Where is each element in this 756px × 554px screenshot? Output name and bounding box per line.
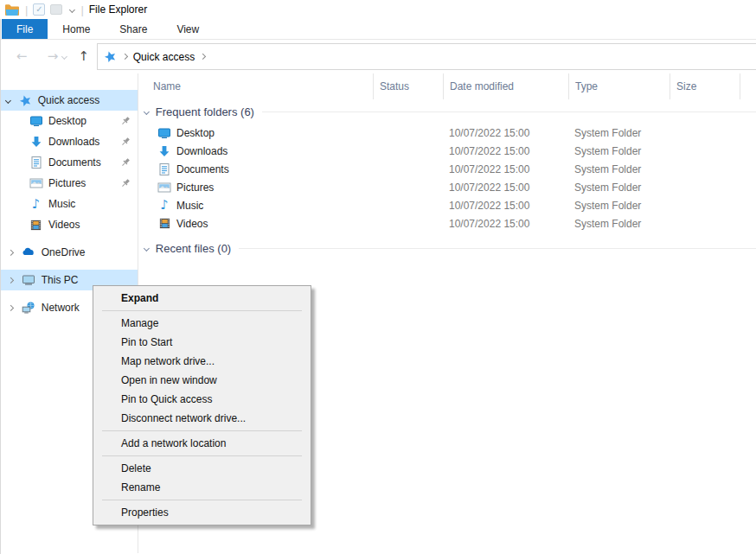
pictures-icon: [157, 181, 171, 194]
quick-access-star-icon[interactable]: [104, 50, 117, 63]
breadcrumb-item[interactable]: Quick access: [133, 51, 195, 63]
file-row-documents[interactable]: Documents 10/07/2022 15:00 System Folder: [138, 160, 756, 178]
desktop-icon: [157, 126, 171, 140]
sidebar-item-label: Downloads: [48, 136, 99, 148]
group-header-label: Frequent folders (6): [156, 105, 254, 118]
qat-customize-icon[interactable]: [67, 8, 75, 12]
menu-item-delete[interactable]: Delete: [93, 459, 311, 478]
file-type: System Folder: [568, 196, 670, 214]
menu-item-add-network-location[interactable]: Add a network location: [93, 434, 311, 453]
file-row-music[interactable]: ♪ Music 10/07/2022 15:00 System Folder: [138, 196, 756, 214]
videos-icon: [157, 217, 171, 231]
file-name: Pictures: [176, 181, 214, 194]
file-date: 10/07/2022 15:00: [443, 196, 568, 214]
file-type: System Folder: [568, 124, 670, 142]
column-header-date-modified[interactable]: Date modified: [443, 73, 568, 99]
titlebar-separator-2: |: [80, 3, 83, 16]
sidebar-item-desktop[interactable]: Desktop: [0, 111, 138, 131]
column-header-type[interactable]: Type: [568, 73, 670, 99]
sidebar-item-quick-access[interactable]: Quick access: [0, 90, 138, 111]
menu-item-manage[interactable]: Manage: [93, 314, 311, 333]
group-header-frequent-folders[interactable]: Frequent folders (6): [138, 99, 756, 124]
sidebar-item-label: Quick access: [38, 94, 99, 106]
file-row-downloads[interactable]: Downloads 10/07/2022 15:00 System Folder: [138, 142, 756, 160]
column-header-size[interactable]: Size: [670, 73, 740, 99]
group-header-recent-files[interactable]: Recent files (0): [138, 236, 756, 260]
sidebar-item-documents[interactable]: Documents: [0, 152, 138, 173]
up-icon[interactable]: ↑: [75, 50, 93, 63]
recent-locations-icon[interactable]: [61, 54, 67, 60]
context-menu: Expand Manage Pin to Start Map network d…: [93, 285, 311, 525]
documents-icon: [157, 162, 171, 176]
qat-new-folder-icon[interactable]: [50, 4, 62, 15]
file-explorer-app-icon: [4, 3, 20, 16]
address-bar[interactable]: Quick access: [97, 43, 756, 70]
menu-item-map-network-drive[interactable]: Map network drive...: [93, 352, 311, 371]
tab-view[interactable]: View: [162, 19, 214, 39]
file-date: 10/07/2022 15:00: [443, 214, 568, 232]
tab-share[interactable]: Share: [105, 19, 162, 39]
back-icon[interactable]: ←: [12, 50, 31, 63]
pictures-icon: [29, 176, 43, 190]
navigation-bar: ← → ↑ Quick access: [0, 40, 756, 73]
group-collapse-chevron-icon[interactable]: [144, 245, 150, 252]
column-header-name[interactable]: Name: [138, 73, 373, 99]
sidebar-item-label: Documents: [48, 156, 101, 169]
this-pc-monitor-icon: [22, 273, 36, 287]
menu-item-disconnect-network-drive[interactable]: Disconnect network drive...: [93, 409, 311, 428]
quick-access-star-icon: [18, 93, 33, 107]
expand-chevron-icon[interactable]: [8, 250, 14, 256]
menu-item-pin-to-start[interactable]: Pin to Start: [93, 333, 311, 352]
file-row-pictures[interactable]: Pictures 10/07/2022 15:00 System Folder: [138, 178, 756, 196]
expand-chevron-icon[interactable]: [8, 305, 14, 311]
menu-item-open-in-new-window[interactable]: Open in new window: [93, 371, 311, 390]
file-name: Desktop: [176, 127, 215, 139]
expand-chevron-icon[interactable]: [8, 277, 14, 283]
file-name: Music: [176, 200, 203, 212]
forward-icon[interactable]: →: [43, 50, 62, 63]
file-row-desktop[interactable]: Desktop 10/07/2022 15:00 System Folder: [138, 124, 756, 142]
onedrive-cloud-icon: [22, 245, 36, 259]
breadcrumb-chevron-icon-2[interactable]: [200, 54, 206, 60]
sidebar-item-downloads[interactable]: Downloads: [0, 131, 138, 152]
group-collapse-chevron-icon[interactable]: [144, 109, 150, 115]
menu-item-expand[interactable]: Expand: [93, 289, 311, 308]
sidebar-item-pictures[interactable]: Pictures: [0, 173, 138, 194]
tab-home[interactable]: Home: [48, 19, 105, 39]
file-date: 10/07/2022 15:00: [443, 178, 568, 196]
menu-item-pin-to-quick-access[interactable]: Pin to Quick access: [93, 390, 311, 409]
downloads-icon: [29, 135, 43, 149]
menu-item-rename[interactable]: Rename: [93, 478, 311, 497]
network-icon: [22, 301, 36, 315]
group-header-rule: [239, 248, 756, 249]
group-header-rule: [262, 111, 756, 112]
file-name: Videos: [176, 218, 208, 230]
window-title: File Explorer: [89, 3, 147, 16]
file-date: 10/07/2022 15:00: [443, 160, 568, 178]
titlebar-separator: |: [25, 3, 28, 16]
column-headers: Name Status Date modified Type Size: [138, 73, 756, 99]
tab-file[interactable]: File: [2, 19, 48, 39]
sidebar-item-onedrive[interactable]: OneDrive: [0, 242, 138, 263]
sidebar-item-label: OneDrive: [42, 246, 86, 258]
file-date: 10/07/2022 15:00: [443, 124, 568, 142]
window-border: [0, 19, 1, 554]
breadcrumb-chevron-icon[interactable]: [122, 54, 128, 60]
menu-separator: [102, 500, 302, 500]
file-row-videos[interactable]: Videos 10/07/2022 15:00 System Folder: [138, 214, 756, 232]
sidebar-item-label: Desktop: [48, 115, 86, 127]
downloads-icon: [157, 144, 171, 158]
menu-item-properties[interactable]: Properties: [93, 503, 311, 522]
qat-properties-icon[interactable]: ✓: [33, 3, 45, 16]
desktop-icon: [29, 114, 43, 128]
sidebar-item-label: Music: [48, 198, 75, 210]
sidebar-item-music[interactable]: ♪ Music: [0, 194, 138, 214]
menu-separator: [102, 455, 302, 456]
column-header-status[interactable]: Status: [373, 73, 443, 99]
music-note-icon: ♪: [157, 199, 171, 213]
sidebar-item-videos[interactable]: Videos: [0, 214, 138, 235]
file-name: Downloads: [176, 145, 227, 157]
menu-separator: [102, 310, 302, 311]
collapse-chevron-icon[interactable]: [5, 98, 11, 104]
file-type: System Folder: [568, 214, 670, 232]
